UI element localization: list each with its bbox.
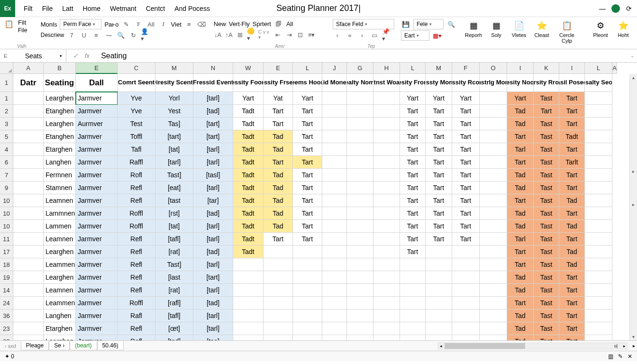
- cell[interactable]: Etarghen: [44, 322, 76, 335]
- cell[interactable]: Tart: [559, 169, 585, 182]
- close-icon[interactable]: ✕: [628, 353, 632, 360]
- cell[interactable]: [347, 335, 373, 340]
- col-header[interactable]: N: [193, 63, 233, 74]
- indent-left-icon[interactable]: ⇤: [274, 30, 282, 39]
- cell[interactable]: [13, 220, 44, 233]
- cell[interactable]: [13, 309, 44, 322]
- cell[interactable]: Langhen: [44, 309, 76, 322]
- cell[interactable]: Tart: [264, 233, 293, 246]
- cell[interactable]: [293, 335, 322, 340]
- cell[interactable]: Tart: [452, 130, 480, 143]
- cell[interactable]: Roffl: [118, 207, 155, 220]
- cell[interactable]: [585, 156, 612, 169]
- cell[interactable]: Tad: [559, 220, 585, 233]
- cell[interactable]: [tasl]: [193, 169, 233, 182]
- cell[interactable]: Yve: [118, 92, 155, 105]
- cell[interactable]: Tart: [507, 194, 534, 207]
- col-header[interactable]: J: [322, 63, 347, 74]
- cell[interactable]: [tas]: [193, 335, 233, 340]
- cell[interactable]: [264, 309, 293, 322]
- cell[interactable]: Tast: [534, 258, 559, 271]
- sheet-tab-2[interactable]: Se ›: [49, 341, 70, 350]
- cell[interactable]: [13, 271, 44, 284]
- header-cell[interactable]: Tnesity Frone?: [400, 74, 426, 92]
- cell[interactable]: [585, 105, 612, 118]
- cell[interactable]: Tast: [534, 284, 559, 297]
- cell[interactable]: Tart: [452, 182, 480, 194]
- cell[interactable]: [347, 143, 373, 156]
- header-cell[interactable]: Cressty Mome?: [426, 74, 452, 92]
- header-cell[interactable]: Thessity Rcone?: [452, 74, 480, 92]
- cell[interactable]: Tart: [534, 105, 559, 118]
- cell[interactable]: [373, 246, 400, 258]
- cell[interactable]: Jarmver: [76, 105, 118, 118]
- cell[interactable]: [347, 220, 373, 233]
- cell[interactable]: Tart: [559, 284, 585, 297]
- cell[interactable]: [293, 271, 322, 284]
- cell[interactable]: Tart: [264, 105, 293, 118]
- cell[interactable]: Jarmver: [76, 220, 118, 233]
- cell[interactable]: [tarl]: [193, 156, 233, 169]
- cell[interactable]: Tart: [559, 309, 585, 322]
- cell[interactable]: [400, 271, 426, 284]
- cell[interactable]: [13, 284, 44, 297]
- cell[interactable]: Jarmver: [76, 284, 118, 297]
- cell[interactable]: [œt]: [155, 322, 193, 335]
- header-cell[interactable]: Fressid Event: [193, 74, 233, 92]
- cell[interactable]: [480, 322, 507, 335]
- cell[interactable]: Tart: [507, 258, 534, 271]
- cleast-button[interactable]: ⭐Cleast: [531, 19, 553, 44]
- cell[interactable]: [eat]: [155, 182, 193, 194]
- cell[interactable]: [373, 271, 400, 284]
- cell[interactable]: [585, 233, 612, 246]
- menu-filt[interactable]: Filt: [19, 1, 37, 16]
- cell[interactable]: [480, 182, 507, 194]
- cell[interactable]: Learghen: [44, 118, 76, 130]
- cell[interactable]: Tad: [264, 207, 293, 220]
- cell[interactable]: Tast: [534, 118, 559, 130]
- cell[interactable]: Etarghen: [44, 143, 76, 156]
- cell[interactable]: Jarmver: [76, 169, 118, 182]
- cell[interactable]: Tart: [559, 322, 585, 335]
- cell[interactable]: Tast: [534, 143, 559, 156]
- cell[interactable]: [426, 309, 452, 322]
- cell[interactable]: Tart: [452, 220, 480, 233]
- cell[interactable]: Yart: [293, 92, 322, 105]
- cell[interactable]: [13, 297, 44, 309]
- cell[interactable]: [452, 322, 480, 335]
- cell[interactable]: Tad: [507, 169, 534, 182]
- cell[interactable]: [233, 322, 264, 335]
- clear-format-icon[interactable]: ⌫: [197, 19, 206, 29]
- cell[interactable]: [13, 182, 44, 194]
- page-icon[interactable]: ▭: [370, 30, 379, 40]
- cell[interactable]: Tart: [293, 182, 322, 194]
- cell[interactable]: Langhen: [44, 156, 76, 169]
- cell[interactable]: Tast: [534, 220, 559, 233]
- all-icon[interactable]: All: [146, 19, 156, 29]
- cell[interactable]: Tart: [452, 143, 480, 156]
- col-header[interactable]: K: [534, 63, 559, 74]
- cell[interactable]: [347, 169, 373, 182]
- cell[interactable]: Jarmver: [76, 182, 118, 194]
- col-header[interactable]: G: [347, 63, 373, 74]
- cell[interactable]: Tart: [452, 194, 480, 207]
- cell[interactable]: [585, 169, 612, 182]
- cell[interactable]: Tad: [559, 194, 585, 207]
- cell[interactable]: [585, 284, 612, 297]
- data-cells[interactable]: DatrSeatingDallComrt SeentDiresity Scent…: [13, 74, 637, 340]
- ribbon-pau[interactable]: Paⱶo: [104, 21, 118, 28]
- cell[interactable]: [347, 309, 373, 322]
- cell[interactable]: [347, 92, 373, 105]
- cell[interactable]: Tarl: [507, 143, 534, 156]
- cell[interactable]: Jarmver: [76, 309, 118, 322]
- cell[interactable]: Tart: [293, 207, 322, 220]
- edit-icon[interactable]: ✎: [122, 19, 131, 29]
- doc-icon[interactable]: 🗐: [274, 19, 283, 28]
- cell[interactable]: Refl: [118, 233, 155, 246]
- ribbon-desc[interactable]: Descriew: [41, 32, 64, 38]
- cell[interactable]: Raffl: [118, 156, 155, 169]
- cell[interactable]: [480, 156, 507, 169]
- paste-icon[interactable]: 📋: [3, 19, 15, 28]
- cell[interactable]: Tarlt: [559, 156, 585, 169]
- cell[interactable]: Tad: [264, 143, 293, 156]
